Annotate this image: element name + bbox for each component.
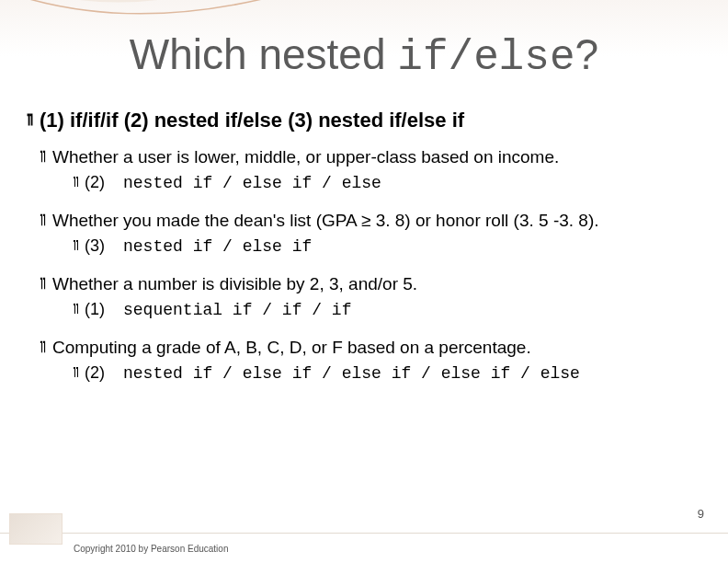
question-text: Computing a grade of A, B, C, D, or F ba…: [52, 338, 531, 357]
answer-label: (1): [85, 300, 105, 318]
answer-label: (3): [85, 236, 105, 255]
answer-code: nested if / else if / else if / else if …: [123, 364, 580, 383]
divider: [0, 533, 728, 534]
question-line: ༎Whether a user is lower, middle, or upp…: [39, 147, 719, 167]
question-text: Whether you made the dean's list (GPA ≥ …: [52, 211, 599, 230]
slide: Which nested if/else? ༎(1) if/if/if (2) …: [0, 0, 728, 563]
options-text: (1) if/if/if (2) nested if/else (3) nest…: [40, 109, 464, 132]
slide-title: Which nested if/else?: [0, 29, 728, 82]
question-line: ༎Computing a grade of A, B, C, D, or F b…: [39, 338, 719, 358]
answer-line: ༎(2) nested if / else if / else if / els…: [72, 363, 719, 383]
bullet-icon: ༎: [39, 211, 47, 230]
bullet-icon: ༎: [39, 338, 47, 357]
title-text-plain: Which nested: [130, 30, 397, 78]
question-text: Whether a number is divisible by 2, 3, a…: [52, 274, 417, 293]
answer-code: sequential if / if / if: [123, 301, 351, 319]
list-item: ༎Whether a user is lower, middle, or upp…: [39, 147, 719, 192]
answer-label: (2): [85, 363, 105, 382]
list-item: ༎Whether you made the dean's list (GPA ≥…: [39, 211, 719, 256]
page-number: 9: [698, 507, 704, 521]
question-line: ༎Whether you made the dean's list (GPA ≥…: [39, 211, 719, 231]
options-line: ༎(1) if/if/if (2) nested if/else (3) nes…: [26, 109, 464, 132]
title-text-qmark: ?: [575, 30, 599, 78]
title-text-code: if/else: [397, 34, 574, 82]
bullet-icon: ༎: [26, 110, 34, 130]
answer-line: ༎(1) sequential if / if / if: [72, 300, 719, 319]
question-text: Whether a user is lower, middle, or uppe…: [52, 147, 559, 167]
answer-line: ༎(3) nested if / else if: [72, 236, 719, 256]
bullet-icon: ༎: [72, 364, 79, 382]
answer-code: nested if / else if / else: [123, 174, 381, 192]
bullet-icon: ༎: [39, 147, 47, 167]
answer-code: nested if / else if: [123, 237, 312, 256]
answer-line: ༎(2) nested if / else if / else: [72, 173, 719, 192]
bullet-icon: ༎: [72, 301, 79, 318]
answer-label: (2): [85, 173, 105, 191]
copyright-text: Copyright 2010 by Pearson Education: [74, 544, 228, 554]
list-item: ༎Computing a grade of A, B, C, D, or F b…: [39, 338, 719, 383]
content-area: ༎Whether a user is lower, middle, or upp…: [39, 147, 719, 401]
bullet-icon: ༎: [39, 274, 47, 293]
bullet-icon: ༎: [72, 174, 79, 191]
list-item: ༎Whether a number is divisible by 2, 3, …: [39, 274, 719, 319]
textbook-thumbnail: [9, 513, 63, 545]
bullet-icon: ༎: [72, 237, 79, 255]
question-line: ༎Whether a number is divisible by 2, 3, …: [39, 274, 719, 294]
